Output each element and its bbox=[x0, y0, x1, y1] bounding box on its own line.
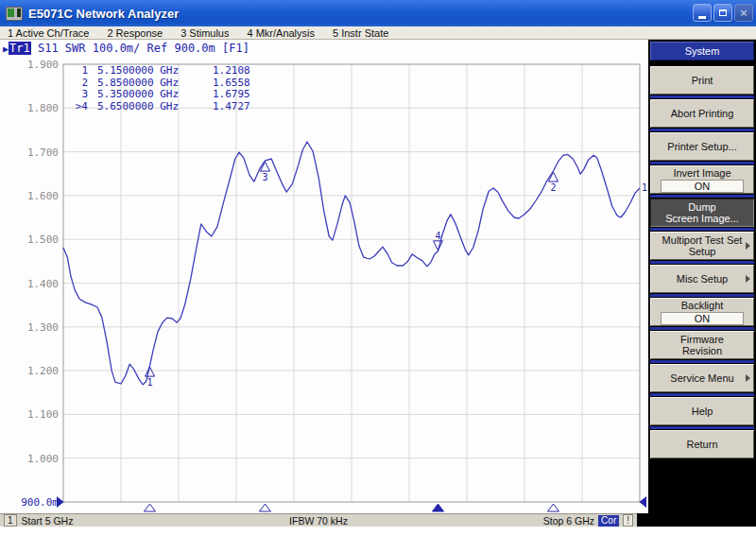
softkey-abort-printing[interactable]: Abort Printing bbox=[650, 99, 754, 128]
ifbw-label: IFBW 70 kHz bbox=[0, 515, 637, 527]
marker-label-2: 2 bbox=[550, 182, 556, 193]
marker-value: 1.4727 bbox=[213, 101, 250, 113]
marker-value: 1.6795 bbox=[213, 89, 250, 101]
marker-number: 3 bbox=[69, 89, 88, 101]
y-axis-tick-label: 1.300 bbox=[27, 321, 59, 334]
softkey-label: Service Menu bbox=[670, 372, 733, 384]
softkey-help[interactable]: Help bbox=[650, 397, 754, 425]
softkey-printer-setup[interactable]: Printer Setup... bbox=[650, 132, 754, 161]
y-axis-tick-label: 1.800 bbox=[27, 102, 59, 114]
softkey-service-menu[interactable]: Service Menu bbox=[650, 364, 754, 392]
stimulus-marker-1-icon[interactable] bbox=[145, 504, 156, 511]
y-axis-tick-label: 1.400 bbox=[27, 278, 59, 290]
minimize-button[interactable] bbox=[693, 4, 712, 22]
trace-header: ▶Tr1 S11 SWR 100.0m/ Ref 900.0m [F1] bbox=[3, 42, 249, 55]
menu-item-4-mkr-analysis[interactable]: 4 Mkr/Analysis bbox=[247, 27, 315, 39]
marker-number: >4 bbox=[69, 101, 88, 113]
y-axis-tick-label: 1.000 bbox=[27, 453, 59, 465]
softkey-backlight[interactable]: BacklightON bbox=[650, 298, 754, 326]
ref-level-arrow-left-icon bbox=[57, 496, 64, 508]
y-axis-tick-label: 1.500 bbox=[27, 233, 59, 246]
softkey-label: Firmware Revision bbox=[680, 334, 724, 356]
marker-frequency: 5.1500000 GHz bbox=[97, 65, 209, 78]
window-titlebar: E5071C Network Analyzer × bbox=[0, 0, 756, 26]
marker-frequency: 5.3500000 GHz bbox=[97, 89, 209, 101]
submenu-arrow-icon bbox=[746, 374, 750, 382]
channel-indicator: 1 bbox=[4, 514, 17, 527]
softkey-label: Printer Setup... bbox=[667, 141, 736, 152]
marker-label-4: 4 bbox=[435, 231, 440, 241]
ref-level-arrow-right-icon bbox=[640, 496, 647, 508]
softkey-firmware-revision[interactable]: Firmware Revision bbox=[650, 331, 754, 359]
trace-format-text: S11 SWR 100.0m/ Ref 900.0m bbox=[31, 42, 222, 55]
stimulus-marker-3-icon[interactable] bbox=[260, 504, 271, 511]
menu-item-5-instr-state[interactable]: 5 Instr State bbox=[333, 27, 388, 39]
marker-table: 15.1500000 GHz1.210825.8500000 GHz1.6558… bbox=[69, 65, 250, 112]
softkey-multiport-test-set-setup[interactable]: Multiport Test Set Setup bbox=[650, 232, 754, 260]
status-bar: 1 Start 5 GHz IFBW 70 kHz Stop 6 GHz Cor… bbox=[0, 513, 637, 527]
restore-icon bbox=[719, 9, 727, 16]
softkey-label: Invert Image bbox=[673, 167, 730, 179]
y-axis-tick-label: 1.600 bbox=[27, 190, 59, 202]
app-icon bbox=[6, 7, 23, 21]
ref-level-label: 900.0m bbox=[21, 496, 59, 509]
status-flag: ! bbox=[623, 514, 633, 527]
marker-value: 1.2108 bbox=[213, 65, 250, 78]
instrument-screen: 1.9001.8001.7001.6001.5001.4001.3001.200… bbox=[0, 40, 648, 527]
status-bar-filler bbox=[637, 513, 648, 527]
y-axis-tick-label: 1.200 bbox=[27, 365, 59, 377]
marker-table-row-1: 15.1500000 GHz1.2108 bbox=[69, 65, 250, 78]
marker-table-row-3: 35.3500000 GHz1.6795 bbox=[69, 89, 250, 101]
window-label: [F1] bbox=[222, 42, 249, 55]
softkey-label: Dump Screen Image... bbox=[665, 201, 739, 224]
menu-bar: 1 Active Ch/Trace2 Response3 Stimulus4 M… bbox=[0, 26, 756, 40]
minimize-icon bbox=[698, 16, 706, 19]
menu-item-3-stimulus[interactable]: 3 Stimulus bbox=[180, 27, 229, 39]
softkey-label: Backlight bbox=[681, 300, 724, 311]
menu-item-2-response[interactable]: 2 Response bbox=[107, 27, 163, 39]
softkey-label: Misc Setup bbox=[677, 273, 728, 285]
close-icon: × bbox=[740, 7, 747, 19]
marker-frequency: 5.6500000 GHz bbox=[97, 101, 209, 113]
submenu-arrow-icon bbox=[746, 275, 750, 283]
window-title: E5071C Network Analyzer bbox=[28, 7, 179, 21]
marker-label-3: 3 bbox=[262, 172, 267, 182]
trace-number-label: 1 bbox=[642, 182, 647, 193]
y-axis-tick-label: 1.700 bbox=[27, 147, 59, 159]
softkey-label: Abort Printing bbox=[671, 108, 734, 119]
maximize-button[interactable] bbox=[713, 4, 732, 22]
softkey-label: Help bbox=[692, 406, 713, 417]
menu-item-1-active-ch-trace[interactable]: 1 Active Ch/Trace bbox=[8, 27, 89, 39]
y-axis-tick-label: 1.100 bbox=[27, 408, 59, 421]
start-frequency-label: Start 5 GHz bbox=[22, 515, 74, 527]
trace-badge[interactable]: Tr1 bbox=[9, 42, 31, 55]
softkey-dump-screen-image[interactable]: Dump Screen Image... bbox=[650, 199, 754, 227]
softkey-label: Multiport Test Set Setup bbox=[662, 234, 743, 257]
correction-status-badge: Cor bbox=[598, 515, 619, 527]
softkey-invert-image[interactable]: Invert ImageON bbox=[650, 165, 754, 194]
marker-table-row-4: >45.6500000 GHz1.4727 bbox=[69, 101, 250, 113]
softkey-misc-setup[interactable]: Misc Setup bbox=[650, 265, 754, 293]
close-button[interactable]: × bbox=[734, 4, 753, 22]
marker-label-1: 1 bbox=[146, 377, 152, 388]
softkey-value: ON bbox=[661, 180, 744, 193]
sidebar-header-system[interactable]: System bbox=[650, 42, 754, 61]
stimulus-marker-4-icon[interactable] bbox=[433, 504, 444, 511]
softkey-label: Print bbox=[692, 75, 713, 86]
softkey-sidebar: System PrintAbort PrintingPrinter Setup.… bbox=[648, 40, 756, 527]
marker-number: 1 bbox=[69, 65, 88, 78]
softkey-value: ON bbox=[661, 312, 744, 325]
y-axis-tick-label: 1.900 bbox=[27, 59, 59, 71]
softkey-return[interactable]: Return bbox=[650, 430, 754, 458]
softkey-label: Return bbox=[686, 439, 717, 450]
stop-frequency-label: Stop 6 GHz bbox=[543, 515, 594, 527]
softkey-print[interactable]: Print bbox=[650, 66, 754, 95]
submenu-arrow-icon bbox=[746, 242, 750, 250]
stimulus-marker-2-icon[interactable] bbox=[548, 504, 559, 511]
